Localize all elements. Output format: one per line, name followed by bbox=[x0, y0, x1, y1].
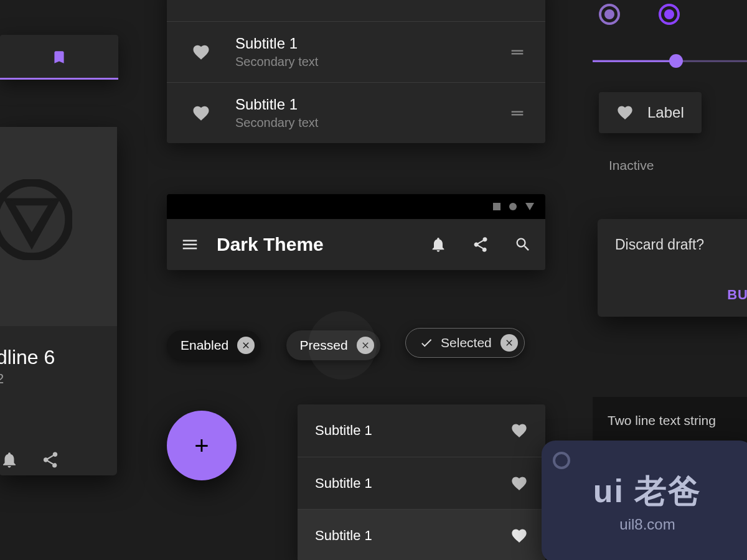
material-logo-icon bbox=[0, 179, 72, 260]
chip-state-label: Inactive bbox=[609, 158, 654, 173]
plus-icon: + bbox=[194, 432, 209, 460]
list-item-secondary: Secondary text bbox=[235, 55, 489, 69]
list-item[interactable]: Subtitle 1 bbox=[298, 457, 545, 509]
drag-handle-icon[interactable] bbox=[509, 105, 526, 122]
chip-label: Label bbox=[647, 104, 684, 121]
bell-icon[interactable] bbox=[0, 450, 19, 469]
chip-label: Selected bbox=[441, 335, 492, 350]
list-item[interactable] bbox=[167, 0, 545, 21]
list-item[interactable]: Subtitle 1 bbox=[298, 509, 545, 560]
search-icon[interactable] bbox=[514, 236, 532, 253]
card-subhead: 2 bbox=[0, 371, 4, 387]
share-icon[interactable] bbox=[41, 450, 60, 469]
tab-card bbox=[0, 35, 118, 80]
media-card: dline 6 2 bbox=[0, 127, 117, 475]
confirm-dialog: Discard draft? BU bbox=[598, 219, 747, 317]
media-image-placeholder bbox=[0, 127, 117, 326]
heart-icon bbox=[192, 43, 210, 62]
chip-label: Pressed bbox=[300, 338, 348, 353]
watermark-badge: ui 老爸 uil8.com bbox=[542, 441, 747, 560]
snackbar: Two line text string bbox=[593, 397, 747, 444]
list-item-title: Subtitle 1 bbox=[315, 422, 510, 439]
chip-pressed[interactable]: Pressed bbox=[286, 330, 380, 360]
heart-icon bbox=[192, 104, 210, 123]
snackbar-text: Two line text string bbox=[608, 413, 716, 427]
status-circle-icon bbox=[509, 203, 517, 210]
fab-add[interactable]: + bbox=[167, 411, 237, 480]
share-icon[interactable] bbox=[472, 236, 489, 253]
list-item-secondary: Secondary text bbox=[235, 116, 489, 130]
status-square-icon bbox=[493, 203, 500, 210]
status-bar bbox=[167, 194, 545, 219]
single-line-list: Subtitle 1 Subtitle 1 Subtitle 1 bbox=[298, 404, 545, 560]
heart-icon bbox=[616, 104, 634, 121]
slider-fill bbox=[593, 60, 676, 62]
svg-point-0 bbox=[0, 182, 69, 257]
list-item-title: Subtitle 1 bbox=[315, 528, 510, 544]
top-app-bar: Dark Theme bbox=[167, 194, 545, 270]
list-item[interactable]: Subtitle 1 Secondary text bbox=[167, 21, 545, 82]
status-triangle-icon bbox=[525, 203, 534, 210]
radio-off[interactable] bbox=[599, 4, 620, 25]
dialog-title: Discard draft? bbox=[615, 236, 747, 253]
list-item[interactable]: Subtitle 1 Secondary text bbox=[167, 82, 545, 143]
list-item-title: Subtitle 1 bbox=[235, 35, 489, 52]
two-line-list: Subtitle 1 Secondary text Subtitle 1 Sec… bbox=[167, 0, 545, 143]
radio-on[interactable] bbox=[659, 4, 680, 25]
heart-icon[interactable] bbox=[510, 475, 528, 492]
chip-row: Enabled Pressed Selected bbox=[167, 328, 547, 360]
drag-handle-icon[interactable] bbox=[509, 44, 526, 61]
tab-indicator bbox=[0, 78, 118, 80]
chip-selected[interactable]: Selected bbox=[405, 328, 525, 358]
close-icon[interactable] bbox=[500, 334, 518, 352]
card-headline: dline 6 bbox=[0, 346, 55, 369]
label-chip[interactable]: Label bbox=[599, 92, 702, 133]
close-icon[interactable] bbox=[237, 337, 255, 354]
heart-icon[interactable] bbox=[510, 527, 528, 544]
menu-icon[interactable] bbox=[181, 235, 199, 254]
bookmark-tab[interactable] bbox=[41, 35, 77, 80]
radio-group bbox=[599, 4, 680, 25]
chip-enabled[interactable]: Enabled bbox=[167, 330, 261, 360]
slider-thumb[interactable] bbox=[669, 54, 683, 68]
list-item-title: Subtitle 1 bbox=[315, 475, 510, 492]
bell-icon[interactable] bbox=[430, 236, 447, 253]
list-item-title: Subtitle 1 bbox=[235, 96, 489, 113]
close-icon[interactable] bbox=[357, 337, 374, 354]
ring-icon bbox=[553, 452, 570, 469]
slider[interactable] bbox=[593, 55, 747, 67]
dialog-confirm-button[interactable]: BU bbox=[615, 287, 747, 303]
watermark-url: uil8.com bbox=[619, 516, 675, 533]
chip-label: Enabled bbox=[181, 338, 228, 353]
bookmark-icon bbox=[51, 48, 67, 67]
watermark-brand: ui 老爸 bbox=[593, 470, 702, 513]
list-item[interactable]: Subtitle 1 bbox=[298, 404, 545, 457]
appbar-title: Dark Theme bbox=[217, 234, 430, 255]
check-icon bbox=[420, 336, 433, 350]
heart-icon[interactable] bbox=[510, 422, 528, 439]
